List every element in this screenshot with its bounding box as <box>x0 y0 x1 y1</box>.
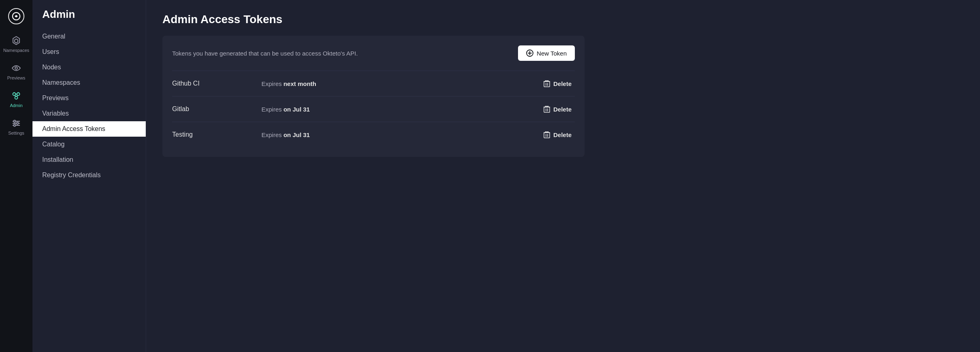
token-actions: Delete <box>540 104 575 114</box>
token-row: Testing Expires on Jul 31 Delete <box>172 122 575 147</box>
nav-item-variables[interactable]: Variables <box>32 106 146 121</box>
svg-point-4 <box>13 93 16 96</box>
svg-point-15 <box>14 124 16 127</box>
delete-token-button[interactable]: Delete <box>540 104 575 114</box>
nav-item-general[interactable]: General <box>32 29 146 44</box>
namespaces-label: Namespaces <box>3 48 29 53</box>
nav-item-installation[interactable]: Installation <box>32 152 146 167</box>
svg-rect-26 <box>544 107 550 112</box>
tokens-panel: Tokens you have generated that can be us… <box>162 36 585 157</box>
token-expires: Expires on Jul 31 <box>261 131 540 138</box>
svg-point-13 <box>14 120 16 122</box>
new-token-label: New Token <box>537 50 567 57</box>
admin-label: Admin <box>10 103 22 108</box>
nav-item-namespaces[interactable]: Namespaces <box>32 75 146 90</box>
svg-marker-2 <box>15 39 18 43</box>
trash-icon <box>544 131 550 138</box>
sidebar-item-previews[interactable]: Previews <box>0 58 32 84</box>
main-content: Admin Access Tokens Tokens you have gene… <box>146 0 980 352</box>
token-name: Github CI <box>172 80 261 87</box>
panel-header: Tokens you have generated that can be us… <box>172 45 575 61</box>
sidebar-item-admin[interactable]: Admin <box>0 86 32 112</box>
nav-item-previews[interactable]: Previews <box>32 90 146 106</box>
settings-icon <box>11 118 22 129</box>
svg-rect-19 <box>544 82 550 87</box>
token-expires: Expires on Jul 31 <box>261 106 540 113</box>
token-expires: Expires next month <box>261 80 540 87</box>
nav-item-registry-credentials[interactable]: Registry Credentials <box>32 167 146 183</box>
token-actions: Delete <box>540 129 575 140</box>
svg-point-6 <box>15 97 18 99</box>
settings-label: Settings <box>8 131 24 135</box>
nav-sidebar: Admin General Users Nodes Namespaces Pre… <box>32 0 146 352</box>
token-name: Testing <box>172 131 261 138</box>
svg-rect-33 <box>544 133 550 138</box>
token-row: Gitlab Expires on Jul 31 Delete <box>172 96 575 122</box>
token-name: Gitlab <box>172 105 261 113</box>
delete-label: Delete <box>553 131 572 138</box>
svg-point-3 <box>15 67 17 69</box>
token-row: Github CI Expires next month Delete <box>172 71 575 96</box>
svg-point-14 <box>17 122 19 124</box>
token-actions: Delete <box>540 78 575 89</box>
page-title: Admin Access Tokens <box>162 13 964 26</box>
plus-circle-icon <box>526 49 533 57</box>
panel-description: Tokens you have generated that can be us… <box>172 50 358 57</box>
previews-icon <box>11 62 22 74</box>
previews-label: Previews <box>7 75 26 80</box>
nav-item-users[interactable]: Users <box>32 44 146 60</box>
sidebar-item-namespaces[interactable]: Namespaces <box>0 31 32 57</box>
nav-sidebar-title: Admin <box>32 8 146 29</box>
delete-label: Delete <box>553 106 572 113</box>
trash-icon <box>544 105 550 113</box>
token-list: Github CI Expires next month Delete Gitl… <box>172 71 575 147</box>
nav-item-nodes[interactable]: Nodes <box>32 60 146 75</box>
nav-item-catalog[interactable]: Catalog <box>32 137 146 152</box>
icon-sidebar: Namespaces Previews Admin <box>0 0 32 352</box>
nav-item-admin-access-tokens[interactable]: Admin Access Tokens <box>32 121 146 137</box>
delete-token-button[interactable]: Delete <box>540 78 575 89</box>
logo[interactable] <box>8 8 24 24</box>
delete-token-button[interactable]: Delete <box>540 129 575 140</box>
svg-point-5 <box>17 93 20 96</box>
trash-icon <box>544 80 550 87</box>
new-token-button[interactable]: New Token <box>518 45 575 61</box>
sidebar-item-settings[interactable]: Settings <box>0 114 32 140</box>
namespaces-icon <box>11 35 22 46</box>
admin-icon <box>11 90 22 101</box>
delete-label: Delete <box>553 80 572 87</box>
